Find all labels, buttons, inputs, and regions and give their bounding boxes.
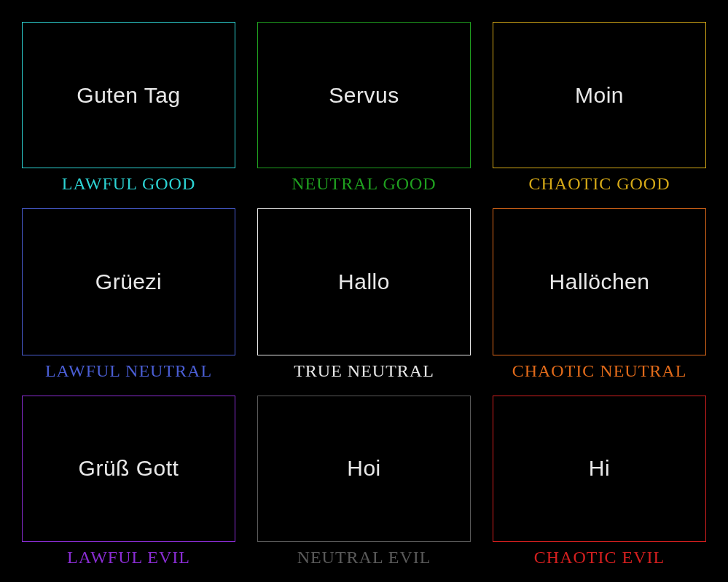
content-lawful-neutral: Grüezi <box>95 270 162 294</box>
content-chaotic-evil: Hi <box>589 456 610 481</box>
content-chaotic-good: Moin <box>575 83 624 108</box>
cell-neutral-evil: Hoi NEUTRAL EVIL <box>257 396 471 567</box>
content-neutral-good: Servus <box>329 83 399 108</box>
cell-lawful-good: Guten Tag LAWFUL GOOD <box>22 22 235 194</box>
box-lawful-neutral: Grüezi <box>22 208 235 355</box>
cell-chaotic-neutral: Hallöchen CHAOTIC NEUTRAL <box>493 208 706 380</box>
label-lawful-neutral: LAWFUL NEUTRAL <box>45 361 212 381</box>
content-lawful-evil: Grüß Gott <box>79 456 179 481</box>
label-chaotic-evil: CHAOTIC EVIL <box>534 548 665 567</box>
content-true-neutral: Hallo <box>338 270 390 294</box>
box-lawful-good: Guten Tag <box>22 22 235 168</box>
cell-chaotic-evil: Hi CHAOTIC EVIL <box>493 396 706 567</box>
content-neutral-evil: Hoi <box>347 456 381 481</box>
box-lawful-evil: Grüß Gott <box>22 396 235 542</box>
content-lawful-good: Guten Tag <box>77 83 180 108</box>
label-neutral-good: NEUTRAL GOOD <box>291 174 436 194</box>
label-chaotic-neutral: CHAOTIC NEUTRAL <box>512 361 687 381</box>
box-chaotic-evil: Hi <box>493 396 706 542</box>
box-chaotic-good: Moin <box>493 22 706 168</box>
cell-chaotic-good: Moin CHAOTIC GOOD <box>493 22 706 194</box>
box-neutral-evil: Hoi <box>257 396 471 542</box>
box-true-neutral: Hallo <box>257 208 471 355</box>
box-chaotic-neutral: Hallöchen <box>493 208 706 355</box>
cell-lawful-neutral: Grüezi LAWFUL NEUTRAL <box>22 208 235 380</box>
label-lawful-evil: LAWFUL EVIL <box>67 548 190 567</box>
label-neutral-evil: NEUTRAL EVIL <box>297 548 431 567</box>
label-chaotic-good: CHAOTIC GOOD <box>529 174 670 194</box>
alignment-chart-grid: Guten Tag LAWFUL GOOD Servus NEUTRAL GOO… <box>22 22 706 567</box>
label-true-neutral: TRUE NEUTRAL <box>294 361 434 381</box>
cell-lawful-evil: Grüß Gott LAWFUL EVIL <box>22 396 235 567</box>
box-neutral-good: Servus <box>257 22 471 168</box>
cell-true-neutral: Hallo TRUE NEUTRAL <box>257 208 471 380</box>
label-lawful-good: LAWFUL GOOD <box>62 174 196 194</box>
content-chaotic-neutral: Hallöchen <box>549 270 650 294</box>
cell-neutral-good: Servus NEUTRAL GOOD <box>257 22 471 194</box>
